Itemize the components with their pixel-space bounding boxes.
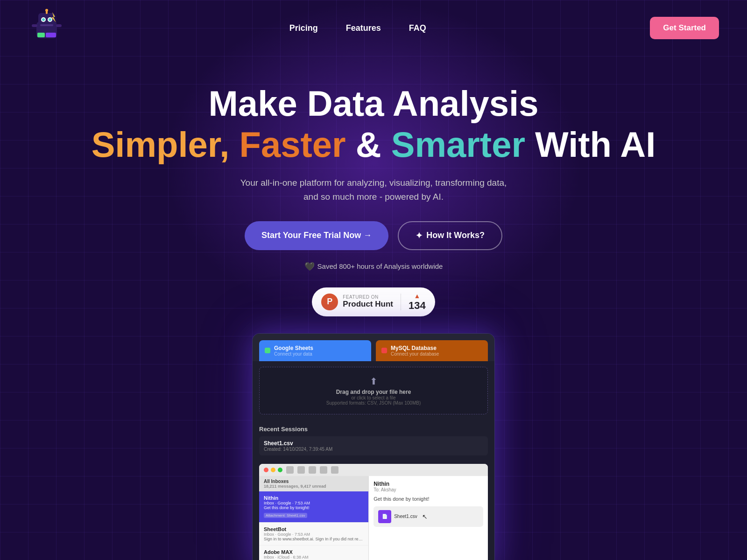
svg-rect-10: [56, 24, 62, 27]
nav-pricing[interactable]: Pricing: [289, 23, 318, 33]
social-proof: 🖤 Saved 800+ hours of Analysis worldwide: [9, 261, 738, 272]
svg-rect-6: [40, 24, 53, 26]
toolbar-icon-2: [297, 466, 305, 474]
svg-rect-9: [32, 24, 37, 27]
ph-arrow-icon: ▲: [414, 292, 420, 300]
connector2-sub: Connect your database: [391, 351, 439, 357]
how-it-works-button[interactable]: ✦ How It Works?: [398, 221, 502, 250]
hero-faster: Faster: [239, 125, 345, 164]
recent-sessions: Recent Sessions Sheet1.csv Created: 14/1…: [253, 420, 494, 464]
toolbar-icon-5: [331, 466, 338, 474]
email-item-1[interactable]: SheetBot Inbox · Google · 7:53 AM Sign i…: [259, 523, 368, 546]
csv-file-icon: 📄: [378, 510, 391, 523]
window-controls: [264, 468, 282, 472]
hero-with-ai: With AI: [535, 125, 655, 164]
nav-faq[interactable]: FAQ: [409, 23, 426, 33]
email-attachment-0: Attachment: Sheet1.csv: [264, 513, 307, 518]
navigation: Pricing Features FAQ Get Started: [0, 0, 747, 56]
product-hunt-badge[interactable]: P FEATURED ON Product Hunt ▲ 134: [312, 287, 435, 316]
ph-text: FEATURED ON Product Hunt: [343, 294, 393, 309]
file-attachment-card[interactable]: 📄 Sheet1.csv ↖: [374, 506, 483, 527]
hero-section: Make Data Analysis Simpler, Faster & Sma…: [0, 56, 747, 316]
toolbar-icon-3: [309, 466, 316, 474]
email-meta-0: Inbox · Google · 7:53 AM: [264, 501, 364, 505]
ph-featured-label: FEATURED ON: [343, 294, 378, 300]
hero-description: Your all-in-one platform for analyzing, …: [9, 176, 738, 204]
app-screenshot-wrapper: Google Sheets Connect your data MySQL Da…: [0, 333, 747, 560]
email-list-header: All Inboxes 18,211 messages, 9,417 unrea…: [259, 476, 368, 491]
maximize-window-button[interactable]: [278, 468, 282, 472]
detail-to: To: Akshay: [374, 487, 483, 492]
hero-simpler: Simpler,: [92, 125, 230, 164]
hero-title-line2: Simpler, Faster & Smarter With AI: [9, 123, 738, 166]
email-preview-1: Sign in to www.sheetbot.ai. Sign In if y…: [264, 537, 364, 541]
svg-rect-12: [37, 33, 45, 37]
toolbar-icon-4: [320, 466, 327, 474]
close-window-button[interactable]: [264, 468, 268, 472]
email-sender-0: Nithin: [264, 495, 364, 501]
email-item-2[interactable]: Adobe MAX Inbox · iCloud · 6:38 AM Adobe…: [259, 546, 368, 560]
connector-bar: Google Sheets Connect your data MySQL Da…: [253, 334, 494, 361]
mysql-connector[interactable]: MySQL Database Connect your database: [376, 340, 488, 361]
drop-zone-title: Drag and drop your file here: [268, 389, 479, 395]
connector2-title: MySQL Database: [391, 345, 439, 351]
svg-point-8: [45, 9, 48, 12]
mysql-icon: [381, 348, 387, 353]
session-name: Sheet1.csv: [264, 440, 483, 447]
file-drop-zone[interactable]: ⬆ Drag and drop your file here or click …: [259, 367, 488, 414]
svg-point-4: [42, 18, 45, 21]
drop-zone-sub: or click to select a file: [268, 395, 479, 400]
email-preview-0: Get this done by tonight!: [264, 505, 364, 510]
sparkle-icon: ✦: [416, 231, 423, 241]
session-item[interactable]: Sheet1.csv Created: 14/10/2024, 7:39:45 …: [259, 436, 488, 455]
logo[interactable]: [28, 8, 65, 48]
ph-name: Product Hunt: [343, 300, 393, 309]
connector1-title: Google Sheets: [274, 345, 313, 351]
session-date: Created: 14/10/2024, 7:39:45 AM: [264, 447, 483, 452]
nav-get-started-button[interactable]: Get Started: [650, 17, 719, 39]
svg-point-5: [49, 18, 51, 21]
app-screenshot: Google Sheets Connect your data MySQL Da…: [252, 333, 495, 560]
attachment-filename: Sheet1.csv: [394, 514, 417, 519]
email-toolbar: [259, 464, 488, 476]
toolbar-icon-1: [286, 466, 294, 474]
minimize-window-button[interactable]: [271, 468, 275, 472]
detail-body: Get this done by tonight!: [374, 496, 483, 502]
email-detail: Nithin To: Akshay Get this done by tonig…: [369, 476, 488, 560]
email-sender-2: Adobe MAX: [264, 549, 364, 555]
svg-rect-1: [38, 13, 55, 26]
connector1-sub: Connect your data: [274, 351, 313, 357]
email-meta-1: Inbox · Google · 7:53 AM: [264, 532, 364, 537]
email-list: All Inboxes 18,211 messages, 9,417 unrea…: [259, 476, 369, 560]
ph-logo-icon: P: [321, 294, 338, 310]
recent-sessions-title: Recent Sessions: [259, 426, 488, 433]
email-meta-2: Inbox · iCloud · 6:38 AM: [264, 555, 364, 560]
ph-divider: [401, 294, 401, 310]
svg-rect-13: [46, 33, 56, 37]
hero-and: &: [356, 125, 391, 164]
upload-icon: ⬆: [268, 376, 479, 387]
start-trial-button[interactable]: Start Your Free Trial Now →: [245, 221, 388, 250]
drop-zone-formats: Supported formats: CSV, JSON (Max 100MB): [268, 400, 479, 406]
detail-sender: Nithin: [374, 481, 483, 487]
ph-vote-group: ▲ 134: [409, 292, 426, 312]
email-sender-1: SheetBot: [264, 526, 364, 532]
email-client: All Inboxes 18,211 messages, 9,417 unrea…: [259, 464, 488, 560]
google-sheets-connector[interactable]: Google Sheets Connect your data: [259, 340, 371, 361]
email-body: All Inboxes 18,211 messages, 9,417 unrea…: [259, 476, 488, 560]
email-item-0[interactable]: Nithin Inbox · Google · 7:53 AM Get this…: [259, 491, 368, 523]
google-sheets-icon: [265, 348, 270, 353]
nav-features[interactable]: Features: [346, 23, 381, 33]
heart-icon: 🖤: [304, 261, 315, 272]
hero-title-line1: Make Data Analysis: [9, 84, 738, 123]
inbox-title: All Inboxes: [264, 479, 364, 484]
ph-count: 134: [409, 300, 426, 312]
cursor-icon: ↖: [422, 513, 428, 520]
nav-links: Pricing Features FAQ: [289, 23, 426, 33]
hero-buttons: Start Your Free Trial Now → ✦ How It Wor…: [9, 221, 738, 250]
email-count: 18,211 messages, 9,417 unread: [264, 484, 364, 489]
hero-smarter: Smarter: [391, 125, 525, 164]
